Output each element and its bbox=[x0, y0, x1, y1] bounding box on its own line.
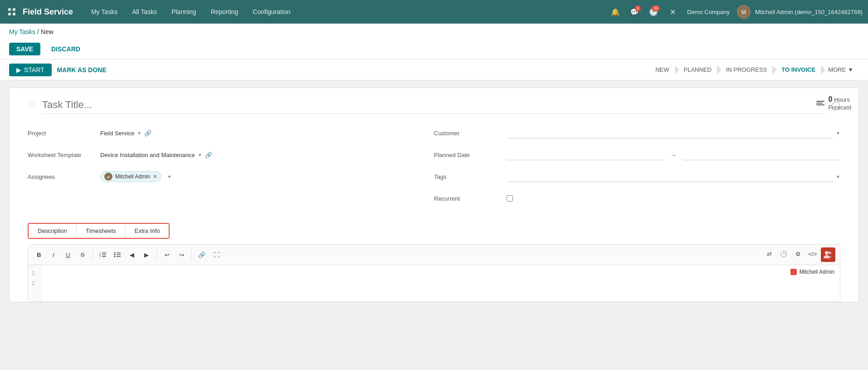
menu-reporting[interactable]: Reporting bbox=[204, 0, 246, 24]
company-name[interactable]: Demo Company bbox=[687, 9, 730, 15]
customer-dropdown-icon[interactable]: ▼ bbox=[836, 131, 840, 136]
user-badge-color bbox=[790, 269, 797, 275]
grid-icon[interactable] bbox=[5, 5, 18, 18]
underline-button[interactable]: U bbox=[62, 248, 74, 261]
assignees-dropdown-icon[interactable]: ▼ bbox=[167, 174, 171, 179]
app-title: Field Service bbox=[23, 7, 73, 17]
tab-extra-info[interactable]: Extra Info bbox=[126, 224, 169, 238]
tab-description[interactable]: Description bbox=[29, 224, 77, 238]
italic-button[interactable]: I bbox=[47, 248, 60, 261]
recurrent-value bbox=[507, 195, 840, 202]
menu-configuration[interactable]: Configuration bbox=[245, 0, 297, 24]
status-bar: ▶ START MARK AS DONE NEW PLANNED IN PROG… bbox=[0, 59, 868, 80]
tab-timesheets[interactable]: Timesheets bbox=[77, 224, 126, 238]
people-button[interactable] bbox=[821, 247, 835, 262]
save-button[interactable]: SAVE bbox=[9, 43, 40, 55]
stage-planned[interactable]: PLANNED bbox=[677, 59, 719, 80]
recurrent-checkbox[interactable] bbox=[507, 195, 513, 202]
planned-date-start[interactable] bbox=[507, 149, 664, 160]
customer-value: ▼ bbox=[507, 128, 840, 138]
date-range-arrow: → bbox=[671, 152, 677, 158]
project-value: Field Service ▼ 🔗 bbox=[100, 130, 416, 137]
customer-field: Customer ▼ bbox=[434, 125, 840, 141]
planned-date-end[interactable] bbox=[683, 149, 841, 160]
svg-rect-2 bbox=[8, 13, 11, 15]
stage-to-invoice[interactable]: TO INVOICE bbox=[774, 59, 823, 80]
assignee-remove-icon[interactable]: ✕ bbox=[153, 173, 157, 180]
customer-input[interactable] bbox=[507, 128, 833, 138]
wrench-icon[interactable]: ✕ bbox=[665, 5, 680, 19]
arrow-exchange-button[interactable]: ⇄ bbox=[763, 247, 775, 260]
editor-toolbar: B I U S 1.2.3. ◀ ▶ ↩ ↪ 🔗 ⛶ bbox=[28, 245, 840, 265]
strikethrough-button[interactable]: S bbox=[76, 248, 89, 261]
project-dropdown-icon[interactable]: ▼ bbox=[137, 131, 141, 136]
status-stages: NEW PLANNED IN PROGRESS TO INVOICE MORE … bbox=[648, 59, 859, 80]
menu-my-tasks[interactable]: My Tasks bbox=[84, 0, 125, 24]
worksheet-external-link[interactable]: 🔗 bbox=[205, 152, 212, 158]
tags-dropdown-icon[interactable]: ▼ bbox=[836, 174, 840, 179]
hours-forecast: 0 HoursForecast bbox=[816, 95, 851, 111]
form-col-left: Project Field Service ▼ 🔗 Worksheet Temp… bbox=[28, 125, 434, 212]
line-2: 2 bbox=[32, 279, 38, 289]
menu-planning[interactable]: Planning bbox=[164, 0, 204, 24]
unordered-list-button[interactable] bbox=[111, 248, 124, 261]
bold-button[interactable]: B bbox=[33, 248, 45, 261]
tags-value: ▼ bbox=[507, 171, 840, 182]
link-button[interactable]: 🔗 bbox=[195, 248, 208, 261]
project-external-link[interactable]: 🔗 bbox=[144, 130, 151, 137]
chat-icon[interactable]: 💬 6 bbox=[627, 5, 642, 19]
star-icon[interactable]: ☆ bbox=[28, 99, 37, 111]
tags-input[interactable] bbox=[507, 171, 833, 182]
menu-all-tasks[interactable]: All Tasks bbox=[125, 0, 164, 24]
history-button[interactable]: 🕐 bbox=[777, 247, 790, 260]
hours-value: 0 bbox=[828, 95, 832, 103]
indent-left-button[interactable]: ◀ bbox=[126, 248, 138, 261]
username[interactable]: Mitchell Admin (demo_150_1642482769) bbox=[755, 9, 863, 15]
worksheet-field: Worksheet Template Device Installation a… bbox=[28, 147, 416, 163]
stage-in-progress[interactable]: IN PROGRESS bbox=[719, 59, 774, 80]
undo-button[interactable]: ↩ bbox=[161, 248, 173, 261]
start-button[interactable]: ▶ START bbox=[9, 64, 52, 76]
project-label: Project bbox=[28, 130, 100, 137]
tabs-container: Description Timesheets Extra Info bbox=[10, 223, 858, 239]
activity-icon[interactable]: 🕐 36 bbox=[646, 5, 661, 19]
svg-rect-3 bbox=[13, 13, 15, 15]
redo-button[interactable]: ↪ bbox=[175, 248, 188, 261]
recurrent-label: Recurrent bbox=[434, 195, 507, 202]
task-title-input[interactable] bbox=[42, 99, 826, 114]
assignee-tag: M Mitchell Admin ✕ bbox=[100, 171, 161, 182]
stage-more[interactable]: MORE ▼ bbox=[823, 66, 859, 73]
mark-done-button[interactable]: MARK AS DONE bbox=[52, 64, 112, 76]
indent-right-button[interactable]: ▶ bbox=[140, 248, 153, 261]
discard-button[interactable]: DISCARD bbox=[46, 43, 86, 55]
editor-body: 1 2 Mitchell Admin bbox=[28, 265, 840, 301]
topnav-right: 🔔 💬 6 🕐 36 ✕ Demo Company M Mitchell Adm… bbox=[608, 5, 863, 19]
project-field: Project Field Service ▼ 🔗 bbox=[28, 125, 416, 141]
breadcrumb-bar: My Tasks / New SAVE DISCARD bbox=[0, 24, 868, 59]
ordered-list-button[interactable]: 1.2.3. bbox=[97, 248, 109, 261]
svg-text:M: M bbox=[741, 9, 746, 15]
settings-gear-button[interactable]: ⚙ bbox=[792, 247, 805, 260]
assignees-value: M Mitchell Admin ✕ ▼ bbox=[100, 171, 416, 182]
form-fields: Project Field Service ▼ 🔗 Worksheet Temp… bbox=[10, 121, 858, 223]
action-bar: SAVE DISCARD bbox=[9, 39, 859, 59]
editor-area: B I U S 1.2.3. ◀ ▶ ↩ ↪ 🔗 ⛶ bbox=[28, 244, 840, 302]
planned-date-value: → bbox=[507, 149, 840, 160]
customer-label: Customer bbox=[434, 130, 507, 137]
worksheet-dropdown-icon[interactable]: ▼ bbox=[198, 153, 202, 158]
breadcrumb-parent[interactable]: My Tasks bbox=[9, 28, 35, 35]
svg-point-19 bbox=[114, 256, 116, 257]
editor-content[interactable]: Mitchell Admin bbox=[42, 265, 840, 301]
forecast-icon bbox=[816, 101, 824, 105]
stage-new[interactable]: NEW bbox=[648, 59, 676, 80]
fullscreen-button[interactable]: ⛶ bbox=[210, 248, 223, 261]
planned-date-field: Planned Date → bbox=[434, 147, 840, 163]
bell-icon[interactable]: 🔔 bbox=[608, 5, 623, 19]
tabs: Description Timesheets Extra Info bbox=[28, 223, 170, 239]
assignee-name: Mitchell Admin bbox=[115, 173, 150, 180]
worksheet-value: Device Installation and Maintenance ▼ 🔗 bbox=[100, 152, 416, 158]
assignees-field: Assignees M Mitchell Admin ✕ ▼ bbox=[28, 168, 416, 185]
avatar[interactable]: M bbox=[737, 5, 751, 19]
start-icon: ▶ bbox=[16, 66, 21, 74]
code-button[interactable]: </> bbox=[806, 247, 819, 260]
